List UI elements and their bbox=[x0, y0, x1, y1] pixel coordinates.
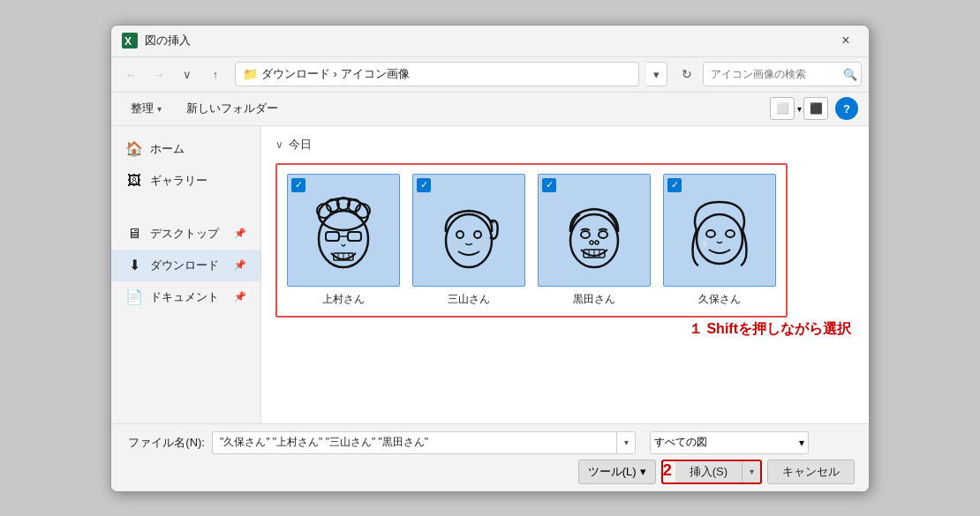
sidebar-item-downloads-label: ダウンロード bbox=[150, 258, 219, 273]
face-miyama bbox=[425, 186, 513, 274]
gallery-icon: 🖼 bbox=[125, 173, 143, 189]
svg-point-20 bbox=[477, 243, 486, 249]
sidebar-item-desktop[interactable]: 🖥 デスクトップ 📌 bbox=[111, 218, 260, 250]
back-button[interactable]: ← bbox=[118, 62, 143, 86]
insert-button[interactable]: 挿入(S) bbox=[675, 461, 743, 482]
breadcrumb[interactable]: 📁 ダウンロード › アイコン画像 bbox=[235, 62, 639, 86]
svg-point-16 bbox=[446, 214, 492, 267]
svg-point-23 bbox=[599, 231, 607, 238]
search-input[interactable] bbox=[711, 68, 843, 80]
view-single-button[interactable]: ⬜ bbox=[770, 97, 795, 120]
main-area: 🏠 ホーム 🖼 ギャラリー 🖥 デスクトップ 📌 ⬇ ダウンロード 📌 📄 ドキ… bbox=[111, 126, 869, 423]
organize-dropdown-arrow: ▾ bbox=[157, 104, 162, 114]
sidebar-item-home-label: ホーム bbox=[150, 141, 185, 157]
refresh-button[interactable]: ↻ bbox=[675, 62, 699, 86]
sidebar-item-desktop-label: デスクトップ bbox=[150, 226, 219, 242]
file-name-miyama: 三山さん bbox=[448, 292, 490, 307]
file-thumbnail-uemura bbox=[287, 174, 400, 287]
new-folder-button[interactable]: 新しいフォルダー bbox=[177, 97, 287, 120]
face-kubo bbox=[675, 186, 764, 274]
section-label: 今日 bbox=[289, 137, 312, 153]
documents-pin-icon: 📌 bbox=[234, 291, 246, 303]
filename-dropdown-button[interactable]: ▾ bbox=[616, 431, 636, 454]
svg-point-21 bbox=[570, 214, 618, 267]
svg-rect-9 bbox=[326, 232, 339, 241]
tools-button[interactable]: ツール(L) ▾ bbox=[578, 460, 656, 484]
file-name-kuroda: 黒田さん bbox=[573, 292, 615, 307]
insert-picture-dialog: X 図の挿入 × ← → ∨ ↑ 📁 ダウンロード › アイコン画像 ▾ ↻ 🔍… bbox=[110, 25, 870, 492]
desktop-icon: 🖥 bbox=[125, 226, 143, 242]
checkmark-kuroda bbox=[542, 178, 556, 192]
file-grid: 上村さん bbox=[275, 163, 788, 318]
svg-point-32 bbox=[726, 230, 735, 237]
dialog-title: 図の挿入 bbox=[145, 33, 833, 49]
cancel-button[interactable]: キャンセル bbox=[767, 460, 855, 484]
face-kuroda bbox=[550, 186, 638, 274]
action-row: ツール(L) ▾ 2 挿入(S) ▾ キャンセル bbox=[125, 460, 855, 484]
search-box: 🔍 bbox=[703, 62, 862, 86]
filename-input-group: ▾ bbox=[212, 431, 636, 454]
desktop-pin-icon: 📌 bbox=[234, 228, 246, 239]
home-icon: 🏠 bbox=[125, 140, 143, 157]
file-name-kubo: 久保さん bbox=[698, 292, 741, 307]
filetype-select[interactable]: すべての図 ▾ bbox=[650, 431, 809, 454]
view-split-button[interactable]: ⬛ bbox=[803, 97, 828, 120]
file-item-uemura[interactable]: 上村さん bbox=[286, 174, 401, 307]
svg-point-18 bbox=[474, 231, 481, 238]
annotation-num: １ Shiftを押しながら選択 bbox=[689, 321, 851, 336]
breadcrumb-text: ダウンロード › アイコン画像 bbox=[261, 66, 410, 82]
file-item-miyama[interactable]: 三山さん bbox=[411, 174, 526, 307]
file-item-kuroda[interactable]: 黒田さん bbox=[537, 174, 652, 307]
insert-dropdown-button[interactable]: ▾ bbox=[743, 461, 760, 482]
tools-label: ツール(L) bbox=[588, 464, 637, 480]
breadcrumb-dropdown-button[interactable]: ▾ bbox=[646, 62, 667, 86]
sidebar-item-downloads[interactable]: ⬇ ダウンロード 📌 bbox=[111, 250, 260, 281]
checkmark-kubo bbox=[667, 178, 682, 192]
file-name-uemura: 上村さん bbox=[322, 292, 365, 307]
svg-rect-10 bbox=[348, 232, 361, 241]
sidebar-item-gallery-label: ギャラリー bbox=[150, 173, 207, 189]
shift-annotation: １ Shiftを押しながら選択 bbox=[689, 320, 851, 339]
view-buttons: ⬜ ▾ ⬛ bbox=[770, 97, 828, 120]
filename-input[interactable] bbox=[212, 431, 616, 454]
insert-button-group: 2 挿入(S) ▾ bbox=[661, 460, 762, 484]
sidebar-spacer bbox=[111, 197, 260, 218]
file-thumbnail-miyama bbox=[412, 174, 525, 287]
filename-label: ファイル名(N): bbox=[125, 435, 205, 451]
help-button[interactable]: ? bbox=[835, 97, 858, 120]
filetype-label: すべての図 bbox=[654, 435, 707, 450]
filetype-dropdown-arrow: ▾ bbox=[799, 437, 804, 449]
sidebar: 🏠 ホーム 🖼 ギャラリー 🖥 デスクトップ 📌 ⬇ ダウンロード 📌 📄 ドキ… bbox=[111, 126, 261, 423]
file-thumbnail-kubo bbox=[663, 174, 776, 287]
face-uemura bbox=[299, 186, 388, 274]
folder-icon: 📁 bbox=[243, 67, 258, 81]
bottom-bar: ファイル名(N): ▾ すべての図 ▾ ツール(L) ▾ 2 挿入(S) ▾ キ… bbox=[111, 423, 869, 491]
forward-button[interactable]: → bbox=[147, 62, 171, 86]
new-folder-label: 新しいフォルダー bbox=[186, 101, 278, 116]
up-button[interactable]: ↑ bbox=[203, 62, 228, 86]
excel-icon: X bbox=[122, 33, 138, 49]
file-item-kubo[interactable]: 久保さん bbox=[662, 174, 777, 307]
sidebar-item-home[interactable]: 🏠 ホーム bbox=[111, 133, 260, 165]
section-header: ∨ 今日 bbox=[275, 137, 855, 153]
organize-label: 整理 bbox=[131, 101, 154, 116]
svg-point-22 bbox=[581, 231, 590, 238]
close-button[interactable]: × bbox=[833, 28, 858, 53]
navigation-bar: ← → ∨ ↑ 📁 ダウンロード › アイコン画像 ▾ ↻ 🔍 bbox=[111, 57, 869, 93]
svg-point-31 bbox=[706, 230, 715, 237]
documents-icon: 📄 bbox=[125, 288, 143, 305]
downloads-icon: ⬇ bbox=[125, 257, 143, 273]
sidebar-item-gallery[interactable]: 🖼 ギャラリー bbox=[111, 165, 260, 197]
insert-annotation-num: 2 bbox=[663, 461, 672, 482]
svg-point-17 bbox=[456, 231, 464, 238]
svg-point-30 bbox=[697, 214, 743, 264]
sidebar-item-documents-label: ドキュメント bbox=[150, 289, 219, 305]
svg-point-19 bbox=[452, 243, 461, 249]
file-thumbnail-kuroda bbox=[538, 174, 651, 287]
sidebar-item-documents[interactable]: 📄 ドキュメント 📌 bbox=[111, 281, 260, 313]
svg-point-24 bbox=[590, 241, 593, 244]
organize-button[interactable]: 整理 ▾ bbox=[122, 97, 170, 120]
svg-point-25 bbox=[595, 241, 599, 244]
filename-row: ファイル名(N): ▾ すべての図 ▾ bbox=[125, 431, 855, 454]
dropdown-nav-button[interactable]: ∨ bbox=[175, 62, 200, 86]
